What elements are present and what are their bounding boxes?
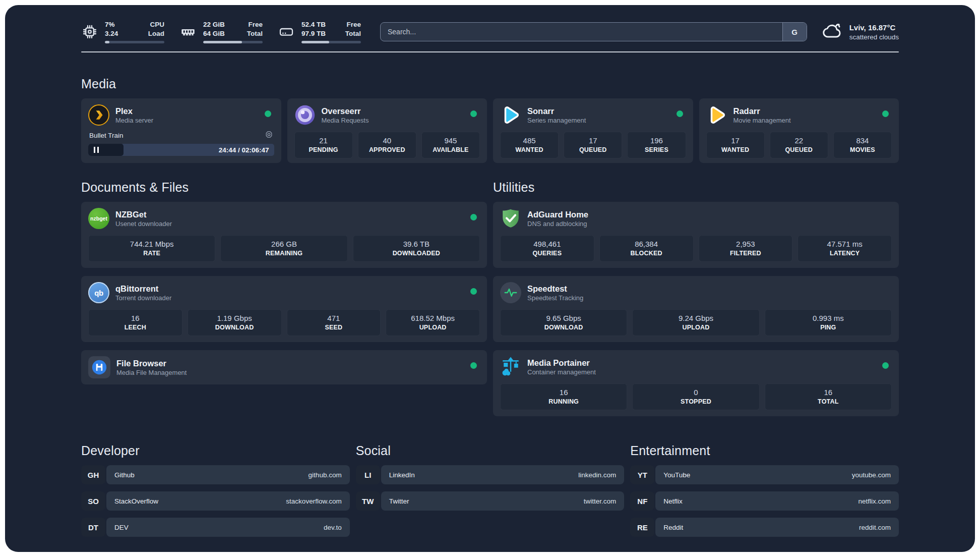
stat-available: 945 AVAILABLE <box>421 132 480 158</box>
stat-leech: 16 LEECH <box>88 309 182 336</box>
app-card-speedtest[interactable]: Speedtest Speedtest Tracking 9.65 Gbps D… <box>493 276 899 342</box>
app-description: Series management <box>527 117 586 124</box>
app-card-plex[interactable]: Plex Media server Bullet Train <box>81 98 281 163</box>
stat-download: 9.65 Gbps DOWNLOAD <box>500 309 627 336</box>
app-card-qbittorrent[interactable]: qb qBittorrent Torrent downloader 16 LEE… <box>81 276 487 342</box>
stat-upload: 9.24 Gbps UPLOAD <box>632 309 759 336</box>
link-linkedin[interactable]: LI LinkedIn linkedin.com <box>356 465 625 484</box>
stat-total: 16 TOTAL <box>765 383 892 410</box>
app-description: Speedtest Tracking <box>527 294 583 302</box>
cpu-progress-bar <box>105 41 164 43</box>
ram-free-label: Free <box>248 20 263 29</box>
link-twitter[interactable]: TW Twitter twitter.com <box>356 491 625 511</box>
link-dev-to[interactable]: DT DEV dev.to <box>81 518 350 537</box>
section-title-entertainment: Entertainment <box>630 443 899 458</box>
section-title-social: Social <box>356 443 625 458</box>
plex-icon <box>88 104 109 126</box>
media-cards-row: Plex Media server Bullet Train <box>81 98 899 163</box>
section-title-documents: Documents & Files <box>81 180 487 195</box>
app-card-portainer[interactable]: Media Portainer Container management 16 … <box>493 350 899 416</box>
app-description: DNS and adblocking <box>527 220 588 228</box>
search-engine-button[interactable]: G <box>782 23 807 41</box>
load-label: Load <box>148 29 164 38</box>
app-description: Media Requests <box>322 117 369 124</box>
stat-stopped: 0 STOPPED <box>632 383 759 410</box>
weather-location-temp: Lviv, 16.87°C <box>849 23 899 33</box>
link-badge: SO <box>81 491 105 511</box>
app-name: NZBGet <box>115 209 172 220</box>
radarr-icon <box>706 104 727 126</box>
disk-total-value: 97.9 TB <box>301 29 326 38</box>
links-section: Developer GH Github github.com SO StackO… <box>81 443 899 537</box>
cpu-chip-icon <box>81 23 98 40</box>
ram-metric: 22 GiB 64 GiB Free Total <box>179 20 263 43</box>
stat-download: 1.19 Gbps DOWNLOAD <box>188 309 282 336</box>
stat-pending: 21 PENDING <box>294 132 353 158</box>
portainer-icon <box>500 356 521 377</box>
cpu-label: CPU <box>150 20 164 29</box>
cloud-icon <box>821 20 843 44</box>
speedtest-icon <box>500 282 521 303</box>
topbar-divider <box>81 51 899 52</box>
stat-queued: 22 QUEUED <box>770 132 828 158</box>
stat-upload: 618.52 Mbps UPLOAD <box>386 309 480 336</box>
video-session-icon <box>265 130 273 140</box>
app-name: Speedtest <box>527 284 583 294</box>
stat-ping: 0.993 ms PING <box>765 309 892 336</box>
ram-icon <box>179 23 197 40</box>
link-badge: LI <box>356 465 380 484</box>
playback-time: 24:44 / 02:06:47 <box>219 144 269 156</box>
link-badge: YT <box>630 465 654 484</box>
nzbget-icon: nzbget <box>88 208 109 229</box>
app-card-filebrowser[interactable]: File Browser Media File Management <box>81 350 487 384</box>
stat-queries: 498,461 QUERIES <box>500 235 594 262</box>
app-card-nzbget[interactable]: nzbget NZBGet Usenet downloader 744.21 M… <box>81 202 487 268</box>
link-youtube[interactable]: YT YouTube youtube.com <box>630 465 899 484</box>
stat-wanted: 17 WANTED <box>706 132 765 158</box>
app-description: Container management <box>527 368 596 376</box>
app-name: Media Portainer <box>527 358 596 368</box>
weather-widget: Lviv, 16.87°C scattered clouds <box>821 20 899 44</box>
disk-progress-bar <box>301 41 361 43</box>
app-card-overseerr[interactable]: Overseerr Media Requests 21 PENDING 40 A… <box>287 98 487 163</box>
playback-progress-bar[interactable]: 24:44 / 02:06:47 <box>88 144 274 156</box>
search-input[interactable] <box>381 23 807 41</box>
cpu-usage-value: 7% <box>105 20 118 29</box>
link-reddit[interactable]: RE Reddit reddit.com <box>630 518 899 537</box>
topbar: 7% 3.24 CPU Load <box>81 18 899 45</box>
stat-downloaded: 39.6 TB DOWNLOADED <box>353 235 480 262</box>
status-dot <box>470 288 477 295</box>
disk-free-value: 52.4 TB <box>301 20 326 29</box>
stat-wanted: 485 WANTED <box>500 132 559 158</box>
stat-approved: 40 APPROVED <box>358 132 416 158</box>
ram-total-label: Total <box>247 29 263 38</box>
dashboard-panel: 7% 3.24 CPU Load <box>5 5 975 552</box>
status-dot <box>470 110 477 117</box>
adguard-icon <box>500 208 521 229</box>
stat-blocked: 86,384 BLOCKED <box>599 235 694 262</box>
section-title-utilities: Utilities <box>493 180 899 195</box>
app-description: Movie management <box>733 117 791 124</box>
app-card-radarr[interactable]: Radarr Movie management 17 WANTED 22 QUE… <box>699 98 899 163</box>
stat-latency: 47.571 ms LATENCY <box>798 235 892 262</box>
app-description: Usenet downloader <box>115 220 172 228</box>
documents-column: Documents & Files nzbget NZBGet Usenet d… <box>81 180 487 416</box>
link-badge: RE <box>630 518 654 537</box>
disk-metric: 52.4 TB 97.9 TB Free Total <box>278 20 361 43</box>
stat-filtered: 2,953 FILTERED <box>699 235 793 262</box>
stat-series: 196 SERIES <box>627 132 686 158</box>
now-playing-title: Bullet Train <box>89 132 124 139</box>
stat-rate: 744.21 Mbps RATE <box>88 235 215 262</box>
qbittorrent-icon: qb <box>88 282 109 303</box>
ram-progress-bar <box>203 41 263 43</box>
section-title-developer: Developer <box>81 443 350 458</box>
app-card-sonarr[interactable]: Sonarr Series management 485 WANTED 17 Q… <box>493 98 693 163</box>
link-stackoverflow[interactable]: SO StackOverflow stackoverflow.com <box>81 491 350 511</box>
link-netflix[interactable]: NF Netflix netflix.com <box>630 491 899 511</box>
link-badge: NF <box>630 491 654 511</box>
app-description: Media server <box>115 117 153 124</box>
app-card-adguard[interactable]: AdGuard Home DNS and adblocking 498,461 … <box>493 202 899 268</box>
cpu-load-value: 3.24 <box>105 29 118 38</box>
pause-icon <box>94 147 99 153</box>
link-github[interactable]: GH Github github.com <box>81 465 350 484</box>
